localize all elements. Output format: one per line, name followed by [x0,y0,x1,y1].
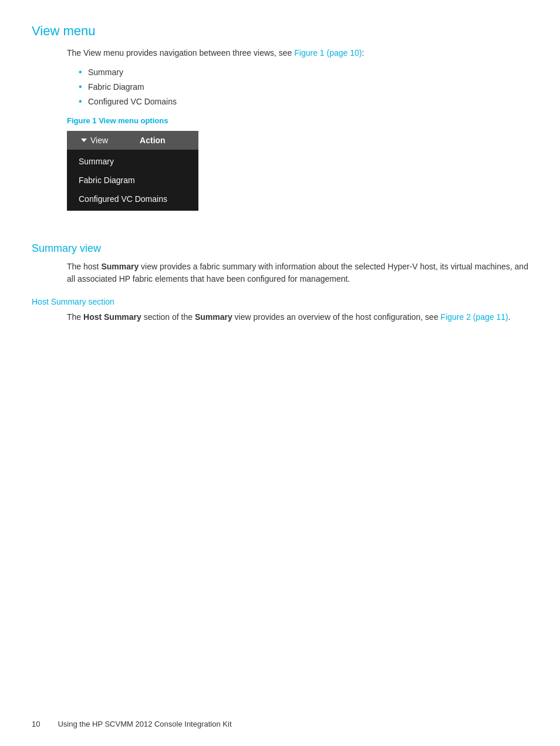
bullet-item-summary: Summary [79,66,528,79]
action-header-label: Action [140,136,166,145]
view-menu-intro: The View menu provides navigation betwee… [67,47,528,59]
footer-page-number: 10 [32,720,40,728]
summary-bold1: Summary [101,262,139,271]
bullet-item-vc: Configured VC Domains [79,96,528,108]
figure1-link[interactable]: Figure 1 (page 10) [294,48,362,58]
host-bold2: Summary [195,312,232,322]
view-triangle-icon [81,139,87,142]
summary-view-section: Summary view The host Summary view provi… [32,242,528,285]
view-menu-heading: View menu [32,23,528,39]
menu-header-row: View Action [67,131,198,150]
menu-screenshot: View Action Summary Fabric Diagram [67,131,198,211]
summary-text-before: The host [67,262,101,271]
view-menu-section: View menu The View menu provides navigat… [32,23,528,225]
footer-text: Using the HP SCVMM 2012 Console Integrat… [58,720,231,728]
intro-text: The View menu provides navigation betwee… [67,48,294,58]
menu-item-summary[interactable]: Summary [67,152,198,171]
page-footer: 10 Using the HP SCVMM 2012 Console Integ… [32,720,528,728]
page-content: View menu The View menu provides navigat… [32,23,528,323]
bullet-item-fabric: Fabric Diagram [79,81,528,93]
host-text-before: The [67,312,83,322]
host-text-mid1: section of the [141,312,195,322]
summary-view-body: The host Summary view provides a fabric … [67,261,528,285]
figure2-link[interactable]: Figure 2 (page 11) [441,312,508,322]
view-menu-header[interactable]: View [67,131,122,150]
host-summary-section: Host Summary section The Host Summary se… [32,297,528,323]
menu-item-fabric[interactable]: Fabric Diagram [67,171,198,190]
action-menu-header[interactable]: Action [122,131,198,150]
host-text-mid2: view provides an overview of the host co… [232,312,441,322]
view-menu-dropdown: Summary Fabric Diagram Configured VC Dom… [67,150,198,211]
intro-suffix: : [362,48,364,58]
view-menu-bullets: Summary Fabric Diagram Configured VC Dom… [79,66,528,108]
host-summary-body: The Host Summary section of the Summary … [67,311,528,323]
menu-item-vc-domains[interactable]: Configured VC Domains [67,190,198,208]
host-text-end: . [508,312,511,322]
summary-view-heading: Summary view [32,242,528,255]
figure1-caption: Figure 1 View menu options [67,116,528,125]
host-summary-heading: Host Summary section [32,297,528,306]
figure1-image: View Action Summary Fabric Diagram [67,131,198,211]
host-bold1: Host Summary [83,312,141,322]
view-header-label: View [90,136,108,145]
